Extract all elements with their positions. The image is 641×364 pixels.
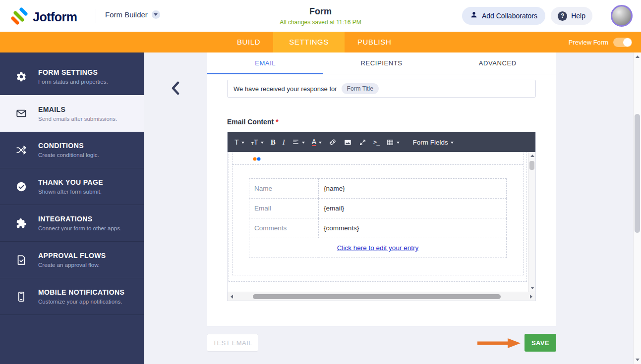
edit-entry-link[interactable]: Click here to edit your entry — [337, 244, 418, 252]
editor-horizontal-scrollbar[interactable] — [228, 292, 535, 301]
jotform-logo[interactable]: Jotform — [10, 7, 77, 27]
scrollbar-thumb[interactable] — [529, 161, 534, 170]
expand-icon — [359, 139, 366, 146]
scroll-up-icon[interactable] — [634, 52, 641, 60]
text-style-button[interactable]: T — [231, 132, 248, 152]
jotform-wordmark: Jotform — [33, 10, 77, 24]
sidebar-item-integrations[interactable]: INTEGRATIONS Connect your form to other … — [0, 205, 144, 242]
sidebar-item-text: CONDITIONS Create conditional logic. — [38, 142, 99, 158]
form-builder-dropdown[interactable]: Form Builder — [105, 10, 160, 19]
field-value: {comments} — [319, 218, 507, 238]
sidebar-item-conditions[interactable]: CONDITIONS Create conditional logic. — [0, 132, 144, 168]
font-color-button[interactable]: A — [308, 132, 325, 152]
email-template-outer-box: Name {name} Email {email} Comments {comm… — [229, 152, 527, 282]
scroll-down-icon[interactable] — [634, 356, 641, 364]
caret-down-icon — [397, 142, 400, 145]
sidebar-item-text: THANK YOU PAGE Shown after form submit. — [38, 178, 103, 195]
form-fields-button[interactable]: Form Fields — [409, 132, 457, 152]
settings-sidebar: FORM SETTINGS Form status and properties… — [0, 52, 144, 364]
caret-down-icon — [302, 142, 305, 145]
caret-down-icon — [451, 142, 454, 145]
editor-vertical-scrollbar[interactable] — [528, 152, 535, 292]
settings-main-area: EMAIL RECIPIENTS ADVANCED We have receiv… — [144, 52, 633, 364]
font-size-button[interactable]: TT — [248, 132, 267, 152]
field-value: {name} — [319, 179, 507, 199]
edit-entry-cell: Click here to edit your entry — [249, 238, 507, 258]
scroll-right-icon[interactable] — [527, 292, 535, 301]
tab-recipients[interactable]: RECIPIENTS — [323, 52, 439, 74]
preview-form-toggle[interactable] — [613, 38, 632, 47]
gear-icon — [15, 71, 28, 82]
tab-email[interactable]: EMAIL — [207, 52, 323, 74]
image-button[interactable] — [340, 132, 355, 152]
add-collaborators-button[interactable]: Add Collaborators — [462, 7, 545, 25]
field-label: Comments — [249, 218, 319, 238]
caret-down-icon — [241, 142, 244, 145]
sidebar-item-title: MOBILE NOTIFICATIONS — [38, 288, 124, 296]
tab-build[interactable]: BUILD — [224, 32, 273, 52]
preview-form-label: Preview Form — [569, 39, 608, 46]
builder-nav-tabs: BUILD SETTINGS PUBLISH — [224, 32, 404, 52]
field-label: Name — [249, 179, 319, 199]
link-icon — [329, 138, 337, 146]
email-settings-card: EMAIL RECIPIENTS ADVANCED We have receiv… — [207, 52, 556, 326]
sidebar-item-subtitle: Create conditional logic. — [38, 152, 99, 158]
align-left-icon — [292, 139, 299, 146]
sidebar-item-emails[interactable]: EMAILS Send emails after submissions. — [0, 95, 144, 132]
align-button[interactable] — [289, 132, 308, 152]
save-button[interactable]: SAVE — [524, 334, 556, 352]
sidebar-item-mobile-notifications[interactable]: MOBILE NOTIFICATIONS Customize your app … — [0, 278, 144, 315]
jotform-logo-icon — [10, 7, 28, 27]
link-button[interactable] — [325, 132, 340, 152]
cropped-logo-icon — [252, 155, 261, 164]
sidebar-item-subtitle: Create an approval flow. — [38, 262, 106, 268]
sidebar-item-text: FORM SETTINGS Form status and properties… — [38, 68, 108, 85]
sidebar-item-subtitle: Send emails after submissions. — [38, 116, 117, 122]
email-content-editor: T TT B I A — [227, 132, 536, 301]
scroll-up-icon[interactable] — [528, 152, 535, 159]
tab-settings[interactable]: SETTINGS — [273, 32, 345, 52]
sidebar-item-thank-you-page[interactable]: THANK YOU PAGE Shown after form submit. — [0, 168, 144, 205]
page-scrollbar[interactable] — [633, 52, 641, 364]
sidebar-item-form-settings[interactable]: FORM SETTINGS Form status and properties… — [0, 58, 144, 95]
tab-advanced[interactable]: ADVANCED — [440, 52, 556, 74]
tab-publish[interactable]: PUBLISH — [345, 32, 404, 52]
scrollbar-thumb[interactable] — [253, 294, 501, 299]
editor-toolbar: T TT B I A — [228, 132, 535, 152]
product-label: Form Builder — [105, 10, 148, 19]
table-button[interactable] — [383, 132, 403, 152]
person-icon — [470, 11, 478, 21]
italic-button[interactable]: I — [279, 132, 289, 152]
sidebar-item-approval-flows[interactable]: APPROVAL FLOWS Create an approval flow. — [0, 242, 144, 278]
avatar[interactable] — [611, 5, 633, 27]
form-title-chip[interactable]: Form Title — [342, 83, 379, 94]
shuffle-icon — [15, 145, 28, 156]
sidebar-item-title: CONDITIONS — [38, 142, 99, 150]
back-button[interactable] — [171, 81, 180, 97]
help-button[interactable]: ? Help — [551, 7, 592, 25]
sidebar-item-text: EMAILS Send emails after submissions. — [38, 105, 117, 122]
fullscreen-button[interactable] — [355, 132, 370, 152]
caret-down-icon — [319, 142, 322, 145]
header-divider — [96, 9, 96, 23]
mobile-icon — [15, 291, 28, 302]
bold-button[interactable]: B — [267, 132, 279, 152]
envelope-icon — [15, 108, 28, 119]
email-content-body[interactable]: Name {name} Email {email} Comments {comm… — [228, 152, 535, 292]
sidebar-item-title: EMAILS — [38, 105, 117, 113]
scrollbar-thumb[interactable] — [635, 114, 640, 233]
source-code-button[interactable]: >_ — [370, 132, 383, 152]
scroll-down-icon[interactable] — [528, 285, 535, 292]
scroll-left-icon[interactable] — [228, 292, 235, 301]
test-email-button[interactable]: TEST EMAIL — [207, 334, 258, 352]
email-subject-input[interactable]: We have received your response for Form … — [227, 80, 536, 98]
required-asterisk: * — [276, 118, 278, 126]
table-row: Click here to edit your entry — [249, 238, 507, 258]
table-row: Email {email} — [249, 199, 507, 218]
email-template-inner-box: Name {name} Email {email} Comments {comm… — [232, 152, 524, 275]
chevron-down-icon — [152, 10, 160, 19]
table-row: Name {name} — [249, 179, 507, 199]
sidebar-item-subtitle: Shown after form submit. — [38, 189, 103, 195]
sidebar-item-text: APPROVAL FLOWS Create an approval flow. — [38, 252, 106, 268]
toggle-knob — [623, 38, 632, 47]
